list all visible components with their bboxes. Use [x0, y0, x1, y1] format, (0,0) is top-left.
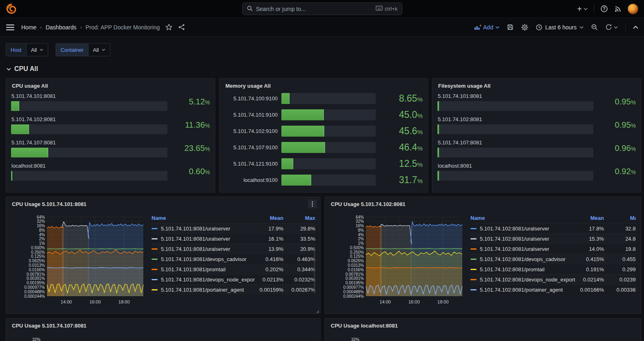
- variable-host-select[interactable]: All: [27, 44, 48, 56]
- chevron-down-icon: [584, 8, 588, 10]
- breadcrumb-home[interactable]: Home: [21, 24, 36, 31]
- timeseries-chart: 64%32%16%8%4%2%1%0.500%0.250%0.125%0.062…: [330, 214, 466, 312]
- legend-mean-value: 17.9%: [255, 226, 283, 232]
- panel-body: 64%32%16%8%4%2%1%0.500%0.250%0.125%0.062…: [330, 209, 636, 312]
- zoom-out-icon[interactable]: [591, 24, 598, 31]
- legend-scrollbar[interactable]: [314, 248, 315, 293]
- new-button[interactable]: +: [577, 5, 588, 13]
- legend-header-mean[interactable]: Mean: [255, 215, 283, 221]
- keyboard-icon: [376, 6, 383, 12]
- gauge-label: 5.101.74.107:8081: [438, 140, 593, 146]
- breadcrumb-current[interactable]: Prod: APP Docker Monitoring: [86, 24, 160, 31]
- svg-text:64%: 64%: [37, 215, 45, 219]
- help-icon[interactable]: ?: [600, 5, 608, 13]
- panel-title[interactable]: CPU Usage 5.101.74.107:8081: [11, 322, 315, 329]
- gauge-bar-fill: [281, 158, 293, 169]
- chevron-down-icon: [40, 49, 43, 51]
- save-icon[interactable]: [507, 24, 514, 31]
- search-icon: [247, 5, 253, 13]
- legend-series-name[interactable]: 5.101.74.101:8081/uralserver: [152, 246, 255, 252]
- gauge-bar-fill: [11, 101, 19, 111]
- time-range-picker[interactable]: Last 6 hours: [536, 24, 584, 31]
- legend-series-name[interactable]: 5.101.74.101:8081/devops_node_exporter: [152, 277, 255, 283]
- legend-row: 5.101.74.101:8081/portainer_agent0.00159…: [152, 284, 315, 294]
- panel-cpu-usage-localhost: CPU Usage localhost:8081 32%: [325, 318, 641, 341]
- panel-cpu-usage-102: CPU Usage 5.101.74.102:8081 64%32%16%8%4…: [325, 197, 641, 314]
- refresh-icon: [605, 24, 612, 31]
- share-icon[interactable]: [178, 24, 185, 31]
- legend-header-mean[interactable]: Mean: [575, 215, 604, 221]
- panel-menu-kebab-icon[interactable]: [308, 199, 317, 208]
- dashboard-toolbar: Home › Dashboards › Prod: APP Docker Mon…: [0, 18, 644, 37]
- svg-text:1%: 1%: [358, 241, 364, 246]
- plus-icon: +: [577, 5, 582, 13]
- panel-title[interactable]: CPU Usage 5.101.74.102:8081: [330, 200, 636, 207]
- legend-header-max[interactable]: Max: [283, 215, 315, 221]
- legend-header-name[interactable]: Name: [470, 215, 575, 221]
- settings-gear-icon[interactable]: [521, 24, 528, 31]
- legend-series-name[interactable]: 5.101.74.101:8081/uralserver: [152, 236, 255, 242]
- panel-title[interactable]: Memory usage All: [225, 82, 423, 89]
- y-axis-tick: 32%: [351, 337, 359, 341]
- gauge-label: 5.101.74.107:8081: [11, 140, 167, 146]
- panel-resize-handle[interactable]: [316, 310, 319, 313]
- svg-text:0.000244%: 0.000244%: [24, 294, 45, 299]
- series-color-dash-icon: [470, 259, 477, 260]
- menu-toggle-icon[interactable]: [6, 24, 15, 31]
- legend-series-name[interactable]: 5.101.74.101:8081/uralserver: [152, 226, 255, 232]
- breadcrumb-dashboards[interactable]: Dashboards: [46, 24, 77, 31]
- legend-series-name[interactable]: 5.101.74.102:8081/portainer_agent: [470, 287, 575, 293]
- legend-table: NameMeanMax5.101.74.102:8081/uralserver1…: [470, 213, 636, 312]
- series-color-dash-icon: [152, 248, 158, 250]
- add-panel-button[interactable]: + Add: [474, 24, 499, 31]
- legend-series-name[interactable]: 5.101.74.102:8081/uralserver: [470, 246, 575, 252]
- legend-series-name[interactable]: 5.101.74.101:8081/portainer_agent: [152, 287, 255, 293]
- section-cpu-all[interactable]: CPU All: [7, 65, 641, 73]
- svg-text:0.000977%: 0.000977%: [343, 285, 364, 290]
- gauge-row: 5.101.74.101:910045.0%: [225, 109, 423, 120]
- legend-series-name[interactable]: 5.101.74.102:8081/promtail: [470, 266, 575, 272]
- panel-title[interactable]: CPU usage All: [11, 82, 210, 89]
- legend-row: 5.101.74.102:8081/uralserver14.0%19.8%: [470, 244, 636, 254]
- collapse-up-icon[interactable]: [633, 26, 638, 29]
- variable-container-select[interactable]: All: [89, 44, 110, 56]
- variable-container: Container All: [56, 43, 110, 56]
- grafana-logo-icon[interactable]: [6, 3, 17, 14]
- svg-text:2%: 2%: [358, 237, 364, 241]
- svg-text:18:00: 18:00: [437, 299, 449, 304]
- svg-text:0.00781%: 0.00781%: [345, 272, 364, 277]
- svg-text:2%: 2%: [39, 237, 45, 241]
- legend-header-max[interactable]: Max: [608, 215, 636, 221]
- refresh-button[interactable]: [605, 24, 618, 31]
- legend-series-name[interactable]: 5.101.74.101:8081/promtail: [152, 266, 255, 272]
- legend-max-value: 33.5%: [283, 236, 315, 242]
- legend-mean-value: 0.0214%: [575, 277, 604, 283]
- variables-row: Host All Container All: [6, 43, 641, 56]
- panel-title[interactable]: CPU Usage localhost:8081: [330, 322, 636, 329]
- legend-header-name[interactable]: Name: [152, 215, 255, 221]
- gauge-bar-fill: [281, 142, 325, 153]
- legend-series-name[interactable]: 5.101.74.102:8081/uralserver: [470, 226, 575, 232]
- toolbar-actions: + Add Last 6 hours: [474, 23, 638, 32]
- gauge-value: 46.4%: [379, 142, 423, 153]
- search-input[interactable]: Search or jump to... ctrl+k: [242, 2, 402, 15]
- gauge-bar-fill: [437, 124, 439, 134]
- svg-text:0.000244%: 0.000244%: [343, 294, 364, 299]
- panel-title[interactable]: CPU Usage 5.101.74.101:8081: [11, 200, 315, 207]
- gauge-bar-fill: [281, 93, 290, 104]
- favorite-star-icon[interactable]: [165, 24, 172, 31]
- legend-series-name[interactable]: 5.101.74.102:8081/devops_cadvisor: [470, 256, 575, 262]
- legend-series-name[interactable]: 5.101.74.101:8081/devops_cadvisor: [152, 256, 255, 262]
- legend-series-name[interactable]: 5.101.74.102:8081/uralserver: [470, 236, 575, 242]
- panel-title[interactable]: Filesystem usage All: [437, 82, 636, 89]
- gauge-row: CPU usage All 5.101.74.101:80815.12%5.10…: [6, 78, 641, 193]
- panel-cpu-usage-101: CPU Usage 5.101.74.101:8081 64%32%16%8%4…: [6, 197, 321, 314]
- gauge-value: 31.7%: [379, 175, 423, 186]
- news-icon[interactable]: [614, 5, 622, 13]
- gauge-label: 5.101.74.101:9100: [225, 112, 278, 118]
- svg-text:0.250%: 0.250%: [31, 250, 45, 255]
- legend-series-name[interactable]: 5.101.74.102:8081/devops_node_exporter: [470, 277, 575, 283]
- user-avatar[interactable]: [628, 4, 638, 14]
- legend-max-value: 32.8%: [608, 226, 636, 232]
- breadcrumb-separator: ›: [80, 24, 82, 30]
